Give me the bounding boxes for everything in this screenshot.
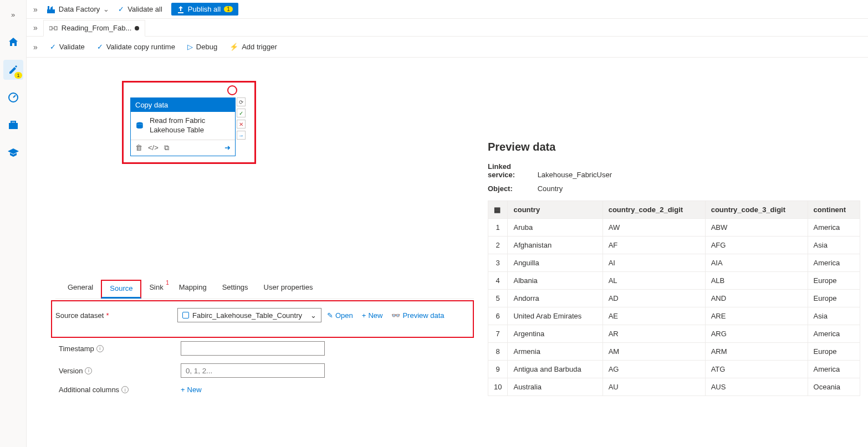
table-cell: Andorra: [508, 290, 603, 307]
check-icon: ✓: [118, 5, 124, 13]
row-number: 1: [488, 219, 508, 237]
publish-count: 1: [224, 6, 233, 12]
additional-columns-label: Additional columns: [59, 386, 119, 394]
add-trigger-label: Add trigger: [242, 43, 277, 51]
table-row[interactable]: 6United Arab EmiratesAEAREAsia: [488, 307, 860, 325]
table-row[interactable]: 4AlbaniaALALBEurope: [488, 272, 860, 290]
tab-title: Reading_From_Fab...: [62, 24, 131, 32]
validate-button[interactable]: ✓ Validate: [50, 43, 85, 51]
table-cell: Australia: [508, 378, 603, 396]
activity-name: Read from Fabric Lakehouse Table: [150, 116, 231, 135]
debug-button[interactable]: ▷ Debug: [187, 43, 217, 51]
table-row[interactable]: 3AnguillaAIAIAAmerica: [488, 254, 860, 272]
tab-strip: » Reading_From_Fab...: [27, 19, 868, 37]
table-cell: Argentina: [508, 325, 603, 343]
table-row[interactable]: 10AustraliaAUAUSOceania: [488, 378, 860, 396]
property-tabs: General Source Sink 1 Mapping Settings U…: [55, 280, 474, 299]
rail-expand[interactable]: »: [3, 4, 23, 24]
code-icon[interactable]: </>: [148, 143, 159, 152]
table-row[interactable]: 5AndorraADANDEurope: [488, 290, 860, 307]
tab-source[interactable]: Source: [101, 280, 141, 299]
row-number: 7: [488, 325, 508, 343]
table-cell: ALB: [705, 272, 808, 290]
column-header[interactable]: country: [508, 201, 603, 219]
table-row[interactable]: 7ArgentinaARARGAmerica: [488, 325, 860, 343]
design-canvas[interactable]: Copy data Read from Fabric Lakehouse Tab…: [55, 58, 474, 279]
connector-completion[interactable]: →: [237, 131, 246, 140]
timestamp-input[interactable]: [181, 341, 325, 356]
info-icon[interactable]: i: [121, 386, 129, 393]
table-row[interactable]: 2AfghanistanAFAFGAsia: [488, 237, 860, 254]
preview-data-button[interactable]: 👓 Preview data: [391, 311, 444, 320]
connector-skip[interactable]: ⟳: [237, 97, 246, 106]
column-header[interactable]: country_code_2_digit: [603, 201, 705, 219]
table-cell: ARM: [705, 343, 808, 361]
upload-icon: [177, 6, 185, 13]
add-column-button[interactable]: + New: [181, 386, 202, 394]
open-dataset-button[interactable]: ✎ Open: [327, 311, 353, 320]
table-cell: AW: [603, 219, 705, 237]
property-panel: General Source Sink 1 Mapping Settings U…: [55, 280, 474, 424]
table-cell: Oceania: [808, 378, 860, 396]
tab-settings[interactable]: Settings: [215, 280, 256, 299]
connector-success[interactable]: ✓: [237, 109, 246, 117]
rail-author[interactable]: 1: [3, 60, 23, 80]
chevron-down-icon: ⌄: [103, 5, 109, 13]
validate-copy-runtime-button[interactable]: ✓ Validate copy runtime: [97, 43, 175, 51]
source-dataset-dropdown[interactable]: Fabirc_Lakehouse_Table_Country ⌄: [177, 308, 321, 322]
table-row[interactable]: 9Antigua and BarbudaAGATGAmerica: [488, 361, 860, 378]
add-column-label: New: [187, 386, 202, 394]
factory-icon: [47, 5, 55, 14]
table-cell: Aruba: [508, 219, 603, 237]
row-number: 8: [488, 343, 508, 361]
tab-mapping[interactable]: Mapping: [171, 280, 215, 299]
toolbox-icon: [8, 121, 18, 130]
arrow-right-icon[interactable]: ➜: [224, 143, 231, 152]
tab-general[interactable]: General: [60, 280, 101, 299]
table-cell: AG: [603, 361, 705, 378]
table-cell: AIA: [705, 254, 808, 272]
column-header[interactable]: country_code_3_digit: [705, 201, 808, 219]
table-cell: Anguilla: [508, 254, 603, 272]
service-breadcrumb[interactable]: Data Factory ⌄: [47, 5, 109, 14]
table-cell: ARG: [705, 325, 808, 343]
add-trigger-button[interactable]: ⚡ Add trigger: [229, 43, 277, 51]
table-row[interactable]: 8ArmeniaAMARMEurope: [488, 343, 860, 361]
info-icon[interactable]: i: [96, 345, 104, 352]
row-number: 4: [488, 272, 508, 290]
tab-expand-button[interactable]: »: [33, 23, 38, 32]
top-bar: » Data Factory ⌄ ✓ Validate all Publish …: [27, 0, 868, 19]
toolbar-expand[interactable]: »: [33, 43, 38, 52]
connector-fail[interactable]: ✕: [237, 120, 246, 129]
table-cell: America: [808, 325, 860, 343]
rail-home[interactable]: [3, 32, 23, 52]
eye-icon: 👓: [391, 311, 400, 320]
rail-manage[interactable]: [3, 115, 23, 135]
author-badge: 1: [14, 72, 22, 79]
table-cell: AND: [705, 290, 808, 307]
home-icon: [8, 37, 19, 48]
new-dataset-button[interactable]: + New: [362, 311, 383, 320]
table-cell: ABW: [705, 219, 808, 237]
rail-learn[interactable]: [3, 143, 23, 163]
info-icon[interactable]: i: [85, 367, 92, 374]
clone-icon[interactable]: ⧉: [164, 143, 169, 152]
pipeline-tab[interactable]: Reading_From_Fab...: [43, 20, 145, 37]
expand-button[interactable]: »: [33, 5, 38, 14]
tab-user-properties[interactable]: User properties: [256, 280, 321, 299]
tab-sink[interactable]: Sink 1: [141, 280, 171, 299]
table-row[interactable]: 1ArubaAWABWAmerica: [488, 219, 860, 237]
version-input[interactable]: [181, 363, 325, 378]
delete-icon[interactable]: 🗑: [135, 143, 142, 152]
preview-panel: Preview data Linked service: Lakehouse_F…: [480, 127, 868, 447]
validate-all-button[interactable]: ✓ Validate all: [118, 5, 162, 13]
column-header[interactable]: continent: [808, 201, 860, 219]
svg-point-6: [136, 122, 143, 124]
publish-all-button[interactable]: Publish all 1: [171, 3, 238, 16]
svg-rect-4: [49, 27, 52, 30]
row-number: 9: [488, 361, 508, 378]
copy-data-activity[interactable]: Copy data Read from Fabric Lakehouse Tab…: [130, 97, 236, 156]
table-cell: Armenia: [508, 343, 603, 361]
grid-icon: ▦: [494, 205, 501, 214]
rail-monitor[interactable]: [3, 88, 23, 107]
